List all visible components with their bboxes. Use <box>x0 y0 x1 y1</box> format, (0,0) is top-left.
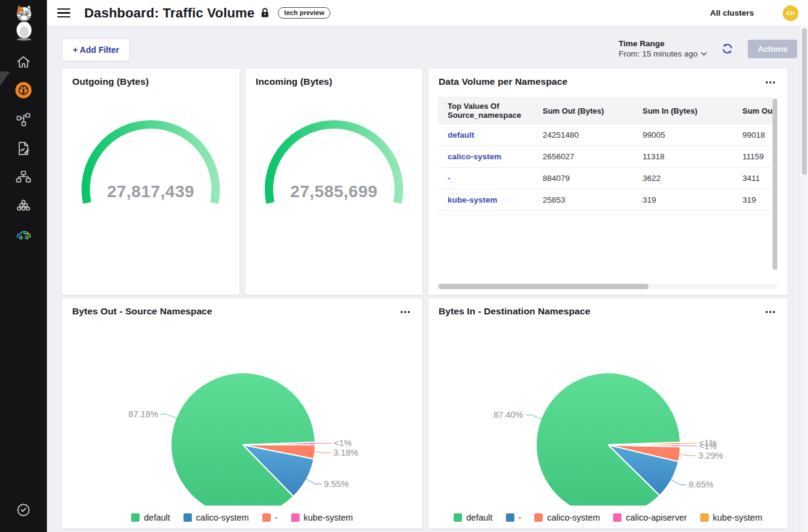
table-row: calico-system26560271131811159 <box>438 146 773 168</box>
legend-item--[interactable]: - <box>262 513 278 522</box>
legend-swatch <box>183 513 192 522</box>
sidebar-item-performance[interactable] <box>0 221 47 248</box>
user-avatar[interactable]: CH <box>783 5 798 21</box>
column-header[interactable]: Sum Out (Packets) <box>738 97 773 124</box>
table-cell: 319 <box>638 189 738 211</box>
legend-item-calico-apiserver[interactable]: calico-apiserver <box>613 513 687 522</box>
sidebar-item-clusters[interactable] <box>0 193 47 219</box>
card-title: Data Volume per Namespace <box>439 76 567 87</box>
legend-swatch <box>454 513 462 522</box>
top-bar: Dashboard: Traffic Volume tech preview A… <box>47 0 808 26</box>
table-cell: 2656027 <box>538 146 638 168</box>
legend-swatch <box>506 513 514 522</box>
pie-percent-label: 3.29% <box>699 451 723 460</box>
card-outgoing-bytes: Outgoing (Bytes) 27,817,439 <box>61 68 240 295</box>
legend-label: kube-system <box>713 513 762 522</box>
table-vertical-scrollbar[interactable] <box>773 99 777 270</box>
page-title: Dashboard: Traffic Volume <box>84 5 254 21</box>
flow-logs-icon <box>16 141 31 156</box>
card-data-volume-table: Data Volume per Namespace Top Values Of … <box>428 68 788 295</box>
page-scrollbar[interactable] <box>802 28 807 175</box>
sidebar-item-verified[interactable] <box>0 497 47 523</box>
legend-label: kube-system <box>304 513 353 522</box>
add-filter-button[interactable]: + Add Filter <box>62 38 130 61</box>
table-cell: 99018 <box>738 124 773 146</box>
refresh-button[interactable] <box>721 43 733 55</box>
page-scrollbar-track <box>800 26 808 532</box>
hamburger-menu-button[interactable] <box>57 8 70 18</box>
sidebar <box>0 0 47 532</box>
namespace-link[interactable]: default <box>448 130 474 139</box>
dashboard-gauge-icon <box>15 82 32 99</box>
table-horizontal-scrollbar[interactable] <box>439 284 649 289</box>
table-cell: 24251480 <box>538 124 638 146</box>
pie-legend: defaultcalico-system-kube-system <box>62 513 422 522</box>
bytes-out-pie-chart: 87.18%9.55%3.18%<1% <box>62 298 422 506</box>
legend-label: default <box>466 513 493 522</box>
legend-item-calico-system[interactable]: calico-system <box>183 513 249 522</box>
legend-swatch <box>534 513 543 522</box>
column-header[interactable]: Top Values Of Source_namespace <box>438 97 538 124</box>
incoming-gauge-chart <box>245 69 422 295</box>
card-menu-button[interactable] <box>764 79 777 85</box>
legend-item-default[interactable]: default <box>454 513 493 522</box>
network-topology-icon <box>16 170 31 185</box>
table-cell: 3411 <box>738 168 773 189</box>
table-cell: 3622 <box>638 168 738 189</box>
actions-button[interactable]: Actions <box>748 40 797 58</box>
legend-label: calico-system <box>547 513 600 522</box>
legend-item-kube-system[interactable]: kube-system <box>700 513 762 522</box>
legend-swatch <box>700 513 709 522</box>
table-row: kube-system25853319319 <box>438 189 773 211</box>
gauge-value: 27,585,699 <box>245 182 422 201</box>
legend-swatch <box>131 513 140 522</box>
table-cell: 319 <box>738 189 773 211</box>
pie-percent-label: 8.65% <box>689 480 714 489</box>
outgoing-gauge-chart <box>62 69 239 295</box>
table-cell: 11159 <box>738 146 773 168</box>
time-range-value: From: 15 minutes ago <box>618 49 697 58</box>
namespace-link[interactable]: calico-system <box>448 152 501 161</box>
legend-item-default[interactable]: default <box>131 513 170 522</box>
lock-icon <box>261 8 270 18</box>
service-graph-icon <box>16 112 31 127</box>
tech-preview-badge: tech preview <box>278 7 330 19</box>
sidebar-item-dashboards-active[interactable] <box>0 77 47 103</box>
sidebar-item-network-topology[interactable] <box>0 164 47 191</box>
table-horizontal-scrollbar-track <box>437 284 777 289</box>
legend-item-kube-system[interactable]: kube-system <box>291 513 353 522</box>
pie-legend: default-calico-systemcalico-apiserverkub… <box>428 513 788 522</box>
legend-label: default <box>144 513 170 522</box>
car-icon <box>16 227 32 243</box>
sidebar-item-flow-logs[interactable] <box>0 135 47 162</box>
pie-percent-label: 87.40% <box>493 410 523 420</box>
bytes-in-pie-chart: 87.40%8.65%3.29%<1%<1% <box>428 298 788 506</box>
card-bytes-in-pie: Bytes In - Destination Namespace 87.40%8… <box>428 298 788 529</box>
pie-percent-label: <1% <box>699 438 717 448</box>
legend-item-calico-system[interactable]: calico-system <box>534 513 600 522</box>
legend-item--[interactable]: - <box>506 513 522 522</box>
pie-percent-label: 9.55% <box>324 479 348 489</box>
sidebar-item-home[interactable] <box>0 49 47 75</box>
time-range-selector[interactable]: Time Range From: 15 minutes ago <box>618 39 707 58</box>
card-bytes-out-pie: Bytes Out - Source Namespace 87.18%9.55%… <box>61 298 423 529</box>
legend-label: - <box>519 513 522 522</box>
legend-label: calico-apiserver <box>626 513 687 522</box>
table-cell: 884079 <box>538 168 638 189</box>
legend-swatch <box>262 513 271 522</box>
time-range-label: Time Range <box>618 39 707 48</box>
table-cell: 11318 <box>638 146 738 168</box>
table-cell: 99005 <box>638 124 738 146</box>
app-window: Dashboard: Traffic Volume tech preview A… <box>0 0 808 532</box>
dashboard-content: + Add Filter Time Range From: 15 minutes… <box>47 26 808 532</box>
gauge-value: 27,817,439 <box>62 182 239 201</box>
cluster-selector[interactable]: All clusters <box>710 8 754 17</box>
calico-cat-logo-icon <box>11 4 37 41</box>
legend-swatch <box>613 513 621 522</box>
namespace-link[interactable]: - <box>448 174 451 183</box>
sidebar-item-service-graph[interactable] <box>0 106 47 133</box>
table-row: -88407936223411 <box>438 168 773 189</box>
column-header[interactable]: Sum In (Bytes) <box>638 97 738 124</box>
namespace-link[interactable]: kube-system <box>448 195 498 204</box>
column-header[interactable]: Sum Out (Bytes) <box>538 97 638 124</box>
